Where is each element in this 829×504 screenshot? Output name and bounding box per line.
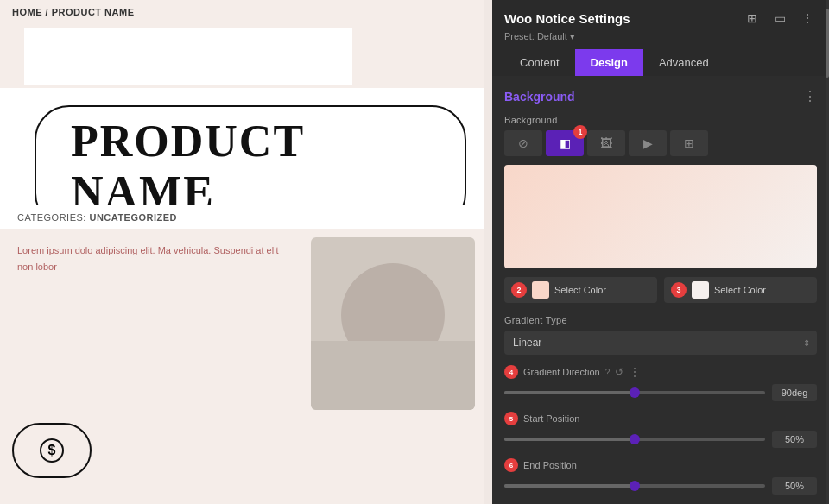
breadcrumb: HOME / PRODUCT NAME: [0, 0, 484, 24]
bg-type-color[interactable]: ◧ 1: [546, 130, 584, 156]
gradient-direction-row: 4 Gradient Direction ? ↺ ⋮: [504, 365, 817, 401]
more-options-icon[interactable]: ⋮: [629, 365, 641, 379]
start-position-row: 5 Start Position: [504, 412, 817, 448]
end-position-value[interactable]: [772, 477, 817, 495]
bg-image-icon: 🖼: [600, 136, 612, 150]
product-image-placeholder: [311, 237, 475, 410]
product-page: HOME / PRODUCT NAME PRODUCT NAME CATEGOR…: [0, 0, 484, 504]
categories-value: UNCATEGORIZED: [89, 212, 177, 223]
color1-label: Select Color: [554, 285, 606, 295]
gradient-direction-slider[interactable]: [504, 391, 765, 394]
color-picker-2[interactable]: 3 Select Color: [664, 277, 817, 303]
color-picker-1[interactable]: 2 Select Color: [504, 277, 657, 303]
product-thumbnail: [24, 28, 352, 85]
background-field-label: Background: [504, 115, 817, 125]
gradient-preview: [504, 165, 817, 268]
end-position-thumb[interactable]: [630, 481, 640, 491]
panel-icons: ⊞ ▭ ⋮: [743, 9, 817, 28]
gradient-type-select[interactable]: Linear Radial: [504, 331, 817, 355]
end-position-row: 6 End Position: [504, 458, 817, 495]
bg-type-video[interactable]: ▶: [629, 130, 667, 156]
section-header: Background ⋮: [504, 88, 817, 104]
end-position-label-row: 6 End Position: [504, 458, 817, 472]
categories-bar: CATEGORIES: UNCATEGORIZED: [0, 205, 484, 230]
gradient-type-select-wrapper: Linear Radial ⇕: [504, 331, 817, 355]
categories-label: CATEGORIES:: [17, 212, 86, 223]
help-icon[interactable]: ?: [605, 368, 611, 377]
color2-label: Select Color: [714, 285, 766, 295]
bg-video-icon: ▶: [643, 136, 653, 150]
start-position-thumb[interactable]: [630, 434, 640, 444]
end-position-slider[interactable]: [504, 484, 765, 488]
gradient-direction-value[interactable]: [772, 384, 817, 401]
price-circle: $: [40, 438, 64, 463]
gradient-type-label: Gradient Type: [504, 315, 817, 325]
start-position-value[interactable]: [772, 431, 817, 448]
product-name: PRODUCT NAME: [71, 117, 304, 217]
section-menu-icon[interactable]: ⋮: [803, 88, 817, 104]
color1-swatch: [532, 281, 549, 299]
panel-header: Woo Notice Settings ⊞ ▭ ⋮ Preset: Defaul…: [492, 0, 829, 76]
product-description: Lorem ipsum dolo adipiscing elit. Ma veh…: [17, 243, 294, 274]
bg-none-icon: ⊘: [518, 136, 528, 150]
bg-color-badge: 1: [573, 125, 587, 139]
bg-type-image[interactable]: 🖼: [587, 130, 625, 156]
bg-color-icon: ◧: [560, 136, 571, 150]
start-position-label: Start Position: [523, 413, 579, 424]
panel-icon-more[interactable]: ⋮: [798, 9, 817, 28]
gradient-direction-badge: 4: [504, 365, 518, 379]
tab-content[interactable]: Content: [504, 49, 575, 76]
vertical-scrollbar[interactable]: [826, 0, 829, 504]
start-position-label-row: 5 Start Position: [504, 412, 817, 425]
start-position-slider[interactable]: [504, 438, 765, 441]
panel-body: Background ⋮ Background ⊘ ◧ 1 🖼 ▶: [492, 76, 829, 504]
panel-icon-window[interactable]: ▭: [770, 9, 789, 28]
bg-type-pattern[interactable]: ⊞: [670, 130, 708, 156]
price-symbol: $: [48, 443, 56, 458]
tab-advanced[interactable]: Advanced: [643, 49, 725, 76]
gradient-type-row: Gradient Type Linear Radial ⇕: [504, 315, 817, 355]
background-type-row: ⊘ ◧ 1 🖼 ▶ ⊞: [504, 130, 817, 156]
panel-title: Woo Notice Settings: [504, 11, 630, 26]
gradient-direction-label-row: 4 Gradient Direction ? ↺ ⋮: [504, 365, 817, 379]
end-position-slider-row: [504, 477, 817, 495]
color2-swatch: [692, 281, 709, 299]
bg-type-none[interactable]: ⊘: [504, 130, 542, 156]
start-position-slider-row: [504, 431, 817, 448]
bg-pattern-icon: ⊞: [684, 136, 694, 150]
color2-badge: 3: [671, 282, 687, 298]
reset-icon[interactable]: ↺: [615, 366, 623, 378]
scrollbar-thumb[interactable]: [826, 9, 829, 78]
panel-icon-grid[interactable]: ⊞: [743, 9, 762, 28]
end-position-badge: 6: [504, 458, 518, 472]
gradient-direction-thumb[interactable]: [630, 387, 640, 398]
section-title: Background: [504, 90, 575, 104]
gradient-direction-label: Gradient Direction: [523, 367, 600, 377]
end-position-label: End Position: [523, 460, 577, 470]
color1-badge: 2: [511, 282, 527, 298]
gradient-direction-slider-row: [504, 384, 817, 401]
color-pickers-row: 2 Select Color 3 Select Color: [504, 277, 817, 303]
panel-tabs: Content Design Advanced: [504, 49, 817, 76]
price-pill[interactable]: $: [12, 423, 92, 478]
settings-panel: Woo Notice Settings ⊞ ▭ ⋮ Preset: Defaul…: [492, 0, 829, 504]
tab-design[interactable]: Design: [575, 49, 643, 76]
start-position-badge: 5: [504, 412, 518, 425]
panel-preset[interactable]: Preset: Default ▾: [504, 31, 817, 42]
